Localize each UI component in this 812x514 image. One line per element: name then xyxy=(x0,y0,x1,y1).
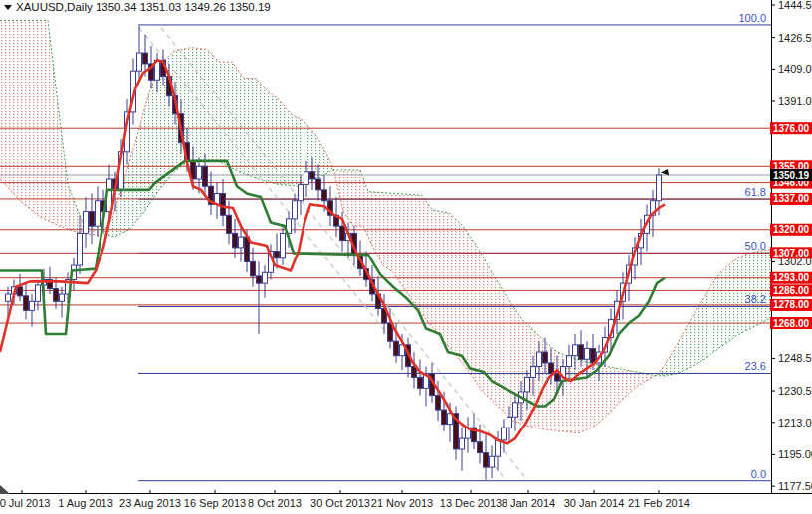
bull-candle-body xyxy=(293,201,298,219)
price-tick-label: 1177.50 xyxy=(778,480,812,492)
bear-candle-body xyxy=(251,261,256,276)
date-tick-label: 30 Oct 2013 xyxy=(310,497,370,509)
bull-candle-body xyxy=(508,417,512,428)
bull-candle-body xyxy=(137,53,142,71)
bull-candle-body xyxy=(525,377,530,392)
bull-candle-body xyxy=(567,356,572,367)
bull-candle-body xyxy=(304,172,309,185)
bear-candle-body xyxy=(310,172,315,179)
price-tick-label: 1195.00 xyxy=(778,448,812,460)
bull-candle-body xyxy=(299,184,304,200)
bull-candle-body xyxy=(239,237,244,248)
date-tick-label: 21 Nov 2013 xyxy=(371,497,433,509)
price-level-badge-label: 1268.00 xyxy=(773,318,810,329)
bull-candle-body xyxy=(96,201,101,226)
symbol-marker-icon[interactable] xyxy=(4,5,12,10)
bull-candle-body xyxy=(30,301,35,310)
price-tick-label: 1248.50 xyxy=(778,352,812,364)
date-tick-label: 21 Feb 2014 xyxy=(628,497,690,509)
chart-title: XAUUSD,Daily 1350.34 1351.03 1349.26 135… xyxy=(16,1,271,13)
price-level-badge-label: 1307.00 xyxy=(773,248,810,258)
bear-candle-body xyxy=(322,190,327,201)
bear-candle-body xyxy=(549,363,554,374)
price-tick-label: 1426.50 xyxy=(778,32,812,44)
bear-candle-body xyxy=(442,410,447,425)
bear-candle-body xyxy=(54,289,59,302)
price-tick-label: 1213.00 xyxy=(778,417,812,428)
bull-candle-body xyxy=(197,166,202,179)
price-level-badge-label: 1320.00 xyxy=(773,224,810,235)
price-tick-label: 1409.00 xyxy=(778,63,812,75)
ichimoku-cloud xyxy=(0,20,771,432)
price-level-badge-label: 1376.00 xyxy=(773,123,810,134)
bull-candle-body xyxy=(78,233,83,265)
bear-candle-body xyxy=(340,226,345,241)
bull-candle-body xyxy=(573,345,578,356)
current-price-badge-label: 1350.19 xyxy=(773,170,810,181)
price-tick-label: 1391.00 xyxy=(778,95,812,107)
cloud-bullish-region xyxy=(657,250,771,376)
bear-candle-body xyxy=(257,276,262,283)
date-tick-label: 8 Oct 2013 xyxy=(248,497,302,509)
date-tick-label: 13 Dec 2013 xyxy=(440,497,502,509)
bull-candle-body xyxy=(496,440,501,456)
bear-candle-body xyxy=(233,233,238,248)
bear-candle-body xyxy=(24,296,29,311)
bull-candle-body xyxy=(490,456,495,467)
bear-candle-body xyxy=(478,442,483,453)
chart-canvas[interactable]: 100.061.850.038.223.60.01444.501426.5014… xyxy=(0,0,812,514)
price-tick-label: 1230.50 xyxy=(778,385,812,397)
date-tick-label: 16 Sep 2013 xyxy=(184,497,246,509)
date-tick-label: 30 Jan 2014 xyxy=(564,497,625,509)
chart-layers: 100.061.850.038.223.60.01444.501426.5014… xyxy=(0,0,812,509)
bull-candle-body xyxy=(84,212,89,234)
bull-candle-body xyxy=(60,294,65,301)
price-badges: 1376.001355.001346.001337.001320.001307.… xyxy=(770,122,812,329)
bull-candle-body xyxy=(6,294,11,301)
price-tick-label: 1444.50 xyxy=(778,0,812,11)
bear-candle-body xyxy=(579,345,584,360)
chart-begin-marker-icon xyxy=(0,485,10,494)
bull-candle-body xyxy=(502,428,507,440)
bull-candle-body xyxy=(36,285,41,301)
bull-candle-body xyxy=(513,403,518,418)
bull-candle-body xyxy=(460,438,465,449)
fib-level-label: 50.0 xyxy=(745,240,766,252)
cloud-bearish-region xyxy=(0,20,102,235)
price-level-badge-label: 1286.00 xyxy=(773,285,810,296)
bull-candle-body xyxy=(531,367,536,378)
bear-candle-body xyxy=(143,53,148,64)
bear-candle-body xyxy=(543,352,548,363)
bear-candle-body xyxy=(221,193,226,215)
date-tick-label: 23 Aug 2013 xyxy=(119,497,181,509)
bear-candle-body xyxy=(436,396,441,411)
price-axis: 1444.501426.501409.001391.001302.001248.… xyxy=(771,0,812,492)
bull-candle-body xyxy=(657,175,662,201)
bull-candle-body xyxy=(281,233,286,257)
fib-level-label: 61.8 xyxy=(745,186,766,198)
date-axis: 10 Jul 20131 Aug 201323 Aug 201316 Sep 2… xyxy=(0,490,690,509)
bear-candle-body xyxy=(275,252,280,258)
bear-candle-body xyxy=(316,179,321,190)
fib-level-label: 23.6 xyxy=(745,360,766,372)
fib-level-label: 38.2 xyxy=(745,293,766,305)
price-level-badge-label: 1278.00 xyxy=(773,299,810,310)
bear-candle-body xyxy=(227,215,232,233)
bear-candle-body xyxy=(90,212,95,227)
date-tick-label: 10 Jul 2013 xyxy=(0,497,50,509)
date-tick-label: 1 Aug 2013 xyxy=(58,497,113,509)
bull-candle-body xyxy=(263,272,268,283)
price-level-badge-label: 1293.00 xyxy=(773,272,810,283)
price-level-badge-label: 1337.00 xyxy=(773,193,810,204)
fib-level-label: 100.0 xyxy=(738,12,766,24)
fib-level-label: 0.0 xyxy=(751,468,766,480)
bear-candle-body xyxy=(418,377,423,388)
bear-candle-body xyxy=(591,348,596,363)
bear-candle-body xyxy=(555,374,560,381)
bull-candle-body xyxy=(537,352,542,367)
bull-candle-body xyxy=(585,348,590,359)
bear-candle-body xyxy=(484,453,489,468)
bear-candle-body xyxy=(394,341,399,356)
chart-window: 100.061.850.038.223.60.01444.501426.5014… xyxy=(0,0,812,514)
bear-candle-body xyxy=(203,166,208,186)
